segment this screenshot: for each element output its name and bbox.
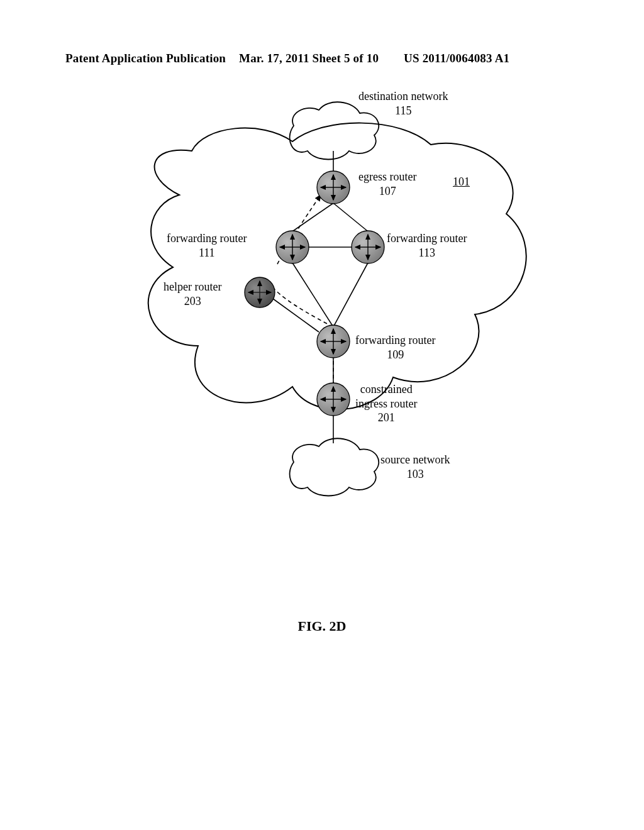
router-helper [245,277,275,307]
router-fwd-111 [276,231,309,263]
page: Patent Application Publication Mar. 17, … [0,0,644,830]
label-fwd-111: forwarding router 111 [167,231,247,260]
diagram: destination network 115 egress router 10… [104,82,544,522]
svg-line-2 [333,203,368,231]
label-domain-ref: 101 [453,175,470,189]
cloud-domain [148,123,526,410]
svg-line-4 [333,263,368,327]
header-middle: Mar. 17, 2011 Sheet 5 of 10 [239,52,379,65]
label-src-net: source network 103 [380,453,450,481]
header-left: Patent Application Publication [65,52,226,65]
label-fwd-109: forwarding router 109 [355,333,435,362]
label-fwd-113: forwarding router 113 [387,231,467,260]
label-dest-net: destination network 115 [358,89,448,118]
router-ingress [317,383,350,416]
svg-line-6 [269,296,319,332]
router-fwd-109 [317,325,350,358]
figure-label: FIG. 2D [0,618,644,634]
label-ingress: constrained ingress router 201 [355,382,417,425]
router-egress [317,171,350,204]
header-right: US 2011/0064083 A1 [404,52,509,65]
cloud-source [290,438,379,495]
router-fwd-113 [352,231,384,263]
svg-line-1 [292,203,333,231]
label-helper: helper router 203 [164,280,221,308]
label-egress: egress router 107 [358,170,416,198]
